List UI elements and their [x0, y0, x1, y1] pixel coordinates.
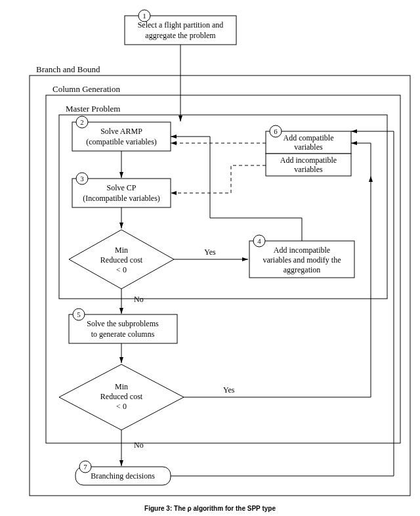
svg-text:Reduced cost: Reduced cost: [100, 255, 143, 265]
svg-text:6: 6: [274, 127, 278, 135]
svg-text:7: 7: [83, 463, 87, 471]
svg-text:Solve ARMP: Solve ARMP: [100, 127, 142, 136]
d1-yes-label: Yes: [204, 247, 216, 257]
flowchart-diagram: Branch and Bound Column Generation Maste…: [0, 0, 420, 516]
svg-text:aggregate the problem: aggregate the problem: [145, 31, 216, 40]
svg-text:Add incompatible: Add incompatible: [280, 156, 337, 165]
svg-text:5: 5: [77, 311, 81, 318]
master-problem-label: Master Problem: [66, 104, 120, 114]
svg-text:Add compatible: Add compatible: [284, 133, 334, 142]
svg-text:Solve the subproblems: Solve the subproblems: [87, 319, 159, 328]
node-7: Branching decisions 7: [75, 461, 171, 485]
svg-text:4: 4: [257, 237, 261, 245]
decision-2: Min Reduced cost < 0: [59, 364, 184, 430]
svg-text:2: 2: [80, 118, 84, 126]
svg-text:aggregation: aggregation: [284, 265, 321, 274]
svg-text:Reduced cost: Reduced cost: [100, 392, 143, 401]
node-4: Add incompatible variables and modify th…: [249, 235, 354, 278]
svg-text:< 0: < 0: [116, 402, 127, 411]
d2-yes-label: Yes: [223, 385, 235, 395]
svg-text:3: 3: [80, 175, 84, 183]
node-6: Add compatible variables Add incompatibl…: [266, 125, 351, 176]
node-1: Select a flight partition and aggregate …: [125, 10, 236, 45]
svg-text:Min: Min: [115, 382, 128, 391]
node-5: Solve the subproblems to generate column…: [69, 309, 177, 343]
svg-text:Select a flight partition and: Select a flight partition and: [138, 20, 224, 30]
svg-text:(compatible variables): (compatible variables): [86, 137, 157, 146]
svg-text:(Incompatible variables): (Incompatible variables): [83, 194, 160, 203]
svg-text:1: 1: [142, 12, 146, 20]
svg-text:Branching decisions: Branching decisions: [91, 471, 155, 481]
branch-and-bound-label: Branch and Bound: [36, 64, 100, 74]
svg-text:variables: variables: [294, 165, 323, 174]
figure-caption: Figure 3: The ρ algorithm for the SPP ty…: [144, 505, 276, 512]
d2-no-label: No: [134, 441, 144, 450]
svg-text:to generate columns: to generate columns: [91, 330, 155, 339]
svg-text:Min: Min: [115, 246, 128, 255]
svg-text:variables and modify the: variables and modify the: [263, 255, 341, 265]
node-2: Solve ARMP (compatible variables) 2: [72, 116, 171, 151]
decision-1: Min Reduced cost < 0: [69, 230, 174, 289]
d1-no-label: No: [134, 295, 144, 304]
column-generation-label: Column Generation: [52, 84, 120, 94]
svg-text:Solve CP: Solve CP: [106, 183, 136, 192]
svg-text:variables: variables: [294, 142, 323, 152]
svg-text:< 0: < 0: [116, 265, 127, 274]
svg-text:Add incompatible: Add incompatible: [274, 246, 330, 255]
